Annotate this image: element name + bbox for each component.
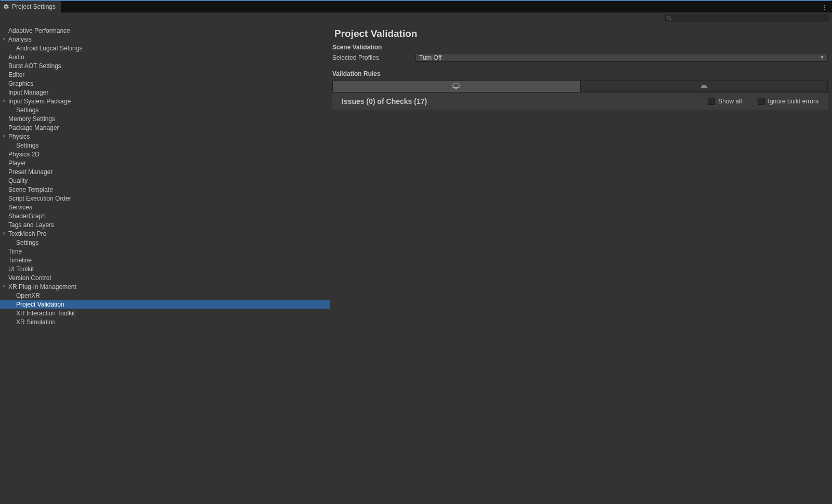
- sidebar-item[interactable]: Timeline: [0, 256, 330, 264]
- ignore-build-errors-label: Ignore build errors: [768, 98, 818, 105]
- titlebar: Project Settings: [0, 0, 832, 12]
- sidebar-item-label: Quality: [7, 177, 28, 184]
- checkbox-box: [708, 98, 715, 105]
- sidebar-item-label: Audio: [7, 54, 24, 61]
- chevron-down-icon: ▼: [1, 284, 7, 289]
- sidebar-item[interactable]: ▼TextMesh Pro: [0, 229, 330, 238]
- sidebar-item[interactable]: Memory Settings: [0, 114, 330, 123]
- selected-profiles-label: Selected Profiles: [332, 54, 415, 61]
- sidebar-item[interactable]: ▼Physics: [0, 132, 330, 141]
- selected-profiles-row: Selected Profiles Turn Off ▼: [330, 52, 830, 63]
- ignore-build-errors-checkbox[interactable]: Ignore build errors: [758, 98, 818, 105]
- validation-rules-label: Validation Rules: [330, 69, 830, 78]
- body: Adaptive Performance▼AnalysisAndroid Log…: [0, 24, 832, 504]
- sidebar-item-label: Adaptive Performance: [7, 27, 70, 34]
- issues-bar: Issues (0) of Checks (17) Show all Ignor…: [332, 92, 828, 110]
- sidebar-item-label: Editor: [7, 71, 24, 78]
- sidebar-item[interactable]: UI Toolkit: [0, 264, 330, 273]
- sidebar-item[interactable]: Scene Template: [0, 185, 330, 194]
- sidebar-item[interactable]: ▼XR Plug-in Management: [0, 282, 330, 291]
- sidebar-item[interactable]: Editor: [0, 70, 330, 79]
- sidebar-item-label: Input System Package: [7, 98, 71, 105]
- window-tab-project-settings[interactable]: Project Settings: [0, 1, 61, 12]
- sidebar-item-label: OpenXR: [15, 292, 40, 299]
- monitor-icon: [452, 83, 460, 90]
- sidebar-item[interactable]: Player: [0, 158, 330, 167]
- window-tab-label: Project Settings: [12, 3, 56, 10]
- sidebar-item-label: Burst AOT Settings: [7, 62, 61, 70]
- chevron-down-icon: ▼: [1, 99, 7, 103]
- sidebar-item[interactable]: ShaderGraph: [0, 211, 330, 220]
- gear-icon: [3, 4, 9, 10]
- sidebar-item[interactable]: Services: [0, 203, 330, 211]
- sidebar-item[interactable]: XR Simulation: [0, 317, 330, 326]
- sidebar-item[interactable]: Settings: [0, 141, 330, 150]
- sidebar-item-label: XR Simulation: [15, 319, 56, 326]
- sidebar-item-label: Preset Manager: [7, 168, 53, 176]
- sidebar-item[interactable]: Physics 2D: [0, 150, 330, 158]
- chevron-down-icon: ▼: [1, 231, 7, 236]
- sidebar-item[interactable]: Project Validation: [0, 300, 330, 309]
- issues-list: [332, 110, 828, 502]
- sidebar-item-label: Services: [7, 204, 32, 211]
- sidebar-item[interactable]: Settings: [0, 105, 330, 114]
- chevron-down-icon: ▼: [1, 134, 7, 139]
- sidebar-item[interactable]: Settings: [0, 238, 330, 247]
- checkbox-box: [758, 98, 765, 105]
- platform-tab-android[interactable]: [580, 81, 828, 92]
- sidebar-item-label: XR Plug-in Management: [7, 283, 76, 290]
- page-title: Project Validation: [330, 24, 830, 43]
- sidebar-item-label: Physics: [7, 133, 30, 140]
- android-icon: [700, 83, 708, 90]
- window-menu-button[interactable]: [821, 5, 829, 10]
- sidebar-item[interactable]: Android Logcat Settings: [0, 44, 330, 52]
- search-field[interactable]: [664, 14, 830, 22]
- sidebar-item[interactable]: Adaptive Performance: [0, 26, 330, 35]
- issues-count-label: Issues (0) of Checks (17): [342, 97, 427, 105]
- sidebar-item[interactable]: Graphics: [0, 79, 330, 88]
- search-icon: [667, 16, 672, 21]
- selected-profiles-dropdown[interactable]: Turn Off ▼: [415, 53, 828, 62]
- platform-tabs: [332, 81, 828, 92]
- sidebar-item-label: XR Interaction Toolkit: [15, 310, 75, 317]
- scene-validation-label: Scene Validation: [330, 43, 830, 52]
- chevron-down-icon: ▼: [1, 37, 7, 42]
- sidebar-item-label: Version Control: [7, 274, 51, 282]
- sidebar-item-label: Graphics: [7, 80, 33, 87]
- sidebar-item-label: Input Manager: [7, 89, 48, 96]
- sidebar-item[interactable]: Tags and Layers: [0, 220, 330, 229]
- selected-profiles-value: Turn Off: [419, 54, 441, 61]
- sidebar-item-label: Script Execution Order: [7, 195, 71, 202]
- sidebar-item[interactable]: Burst AOT Settings: [0, 61, 330, 70]
- sidebar-item[interactable]: Package Manager: [0, 123, 330, 132]
- sidebar-item[interactable]: Preset Manager: [0, 167, 330, 176]
- sidebar-item[interactable]: ▼Input System Package: [0, 97, 330, 105]
- sidebar-item-label: Physics 2D: [7, 151, 40, 158]
- settings-content: Project Validation Scene Validation Sele…: [330, 24, 832, 504]
- settings-sidebar[interactable]: Adaptive Performance▼AnalysisAndroid Log…: [0, 24, 330, 504]
- show-all-checkbox[interactable]: Show all: [708, 98, 742, 105]
- sidebar-item[interactable]: Input Manager: [0, 88, 330, 97]
- sidebar-item-label: Package Manager: [7, 124, 59, 131]
- sidebar-item-label: Scene Template: [7, 186, 53, 193]
- sidebar-item-label: Settings: [15, 239, 38, 246]
- sidebar-item-label: Player: [7, 160, 26, 167]
- platform-tab-standalone[interactable]: [332, 81, 580, 92]
- sidebar-item[interactable]: Version Control: [0, 273, 330, 282]
- sidebar-item[interactable]: Time: [0, 247, 330, 256]
- sidebar-item[interactable]: OpenXR: [0, 291, 330, 300]
- sidebar-item-label: Tags and Layers: [7, 221, 54, 229]
- sidebar-item[interactable]: Audio: [0, 52, 330, 61]
- sidebar-item[interactable]: Script Execution Order: [0, 194, 330, 203]
- show-all-label: Show all: [718, 98, 742, 105]
- sidebar-item-label: Memory Settings: [7, 115, 55, 123]
- sidebar-item[interactable]: XR Interaction Toolkit: [0, 309, 330, 317]
- sidebar-item-label: Settings: [15, 107, 38, 114]
- sidebar-item-label: TextMesh Pro: [7, 230, 46, 237]
- sidebar-item-label: Android Logcat Settings: [15, 45, 82, 52]
- search-input[interactable]: [675, 15, 827, 21]
- sidebar-item[interactable]: Quality: [0, 176, 330, 185]
- sidebar-item-label: Timeline: [7, 257, 32, 264]
- sidebar-item[interactable]: ▼Analysis: [0, 35, 330, 44]
- sidebar-item-label: Settings: [15, 142, 38, 149]
